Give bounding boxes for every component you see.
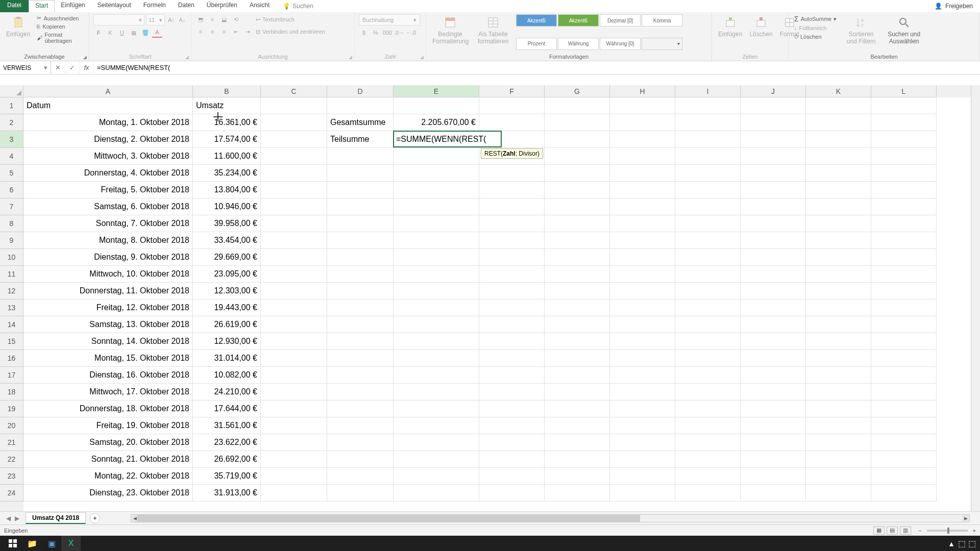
cell-A5[interactable]: Donnerstag, 4. Oktober 2018 (23, 165, 193, 182)
font-launcher-icon[interactable]: ◢ (185, 55, 189, 60)
cell-F5[interactable] (479, 165, 545, 182)
grow-font-button[interactable]: A↑ (166, 15, 176, 25)
cell-K14[interactable] (806, 316, 871, 333)
cell-B6[interactable]: 13.804,00 € (193, 182, 261, 198)
cell-E7[interactable] (394, 198, 479, 215)
cell-G10[interactable] (545, 249, 610, 266)
row-header-13[interactable]: 13 (0, 299, 23, 316)
row-header-11[interactable]: 11 (0, 266, 23, 283)
clear-button[interactable]: ◇Löschen (793, 33, 838, 40)
cell-G23[interactable] (545, 468, 610, 485)
cell-J22[interactable] (741, 451, 806, 468)
cell-C2[interactable] (261, 114, 327, 131)
fill-button[interactable]: ↓Füllbereich (793, 24, 838, 32)
cell-K5[interactable] (806, 165, 871, 182)
cell-B4[interactable]: 11.600,00 € (193, 148, 261, 165)
cell-J7[interactable] (741, 198, 806, 215)
cell-L9[interactable] (871, 232, 937, 249)
cell-C21[interactable] (261, 434, 327, 451)
cell-A22[interactable]: Sonntag, 21. Oktober 2018 (23, 451, 193, 468)
cell-J10[interactable] (741, 249, 806, 266)
cell-K10[interactable] (806, 249, 871, 266)
cell-I10[interactable] (675, 249, 741, 266)
cell-A12[interactable]: Donnerstag, 11. Oktober 2018 (23, 283, 193, 299)
cell-B1[interactable]: Umsatz (193, 97, 261, 114)
col-header-G[interactable]: G (545, 85, 610, 97)
cell-C11[interactable] (261, 266, 327, 283)
cell-E20[interactable] (394, 417, 479, 434)
cell-K23[interactable] (806, 468, 871, 485)
cell-K12[interactable] (806, 283, 871, 299)
tab-file[interactable]: Datei (0, 0, 29, 12)
cell-D4[interactable] (327, 148, 394, 165)
cell-I13[interactable] (675, 299, 741, 316)
cell-F23[interactable] (479, 468, 545, 485)
chevron-down-icon[interactable]: ▾ (44, 64, 47, 71)
cell-J9[interactable] (741, 232, 806, 249)
cell-E14[interactable] (394, 316, 479, 333)
tell-me-search[interactable]: 💡 Suchen (278, 0, 318, 12)
copy-button[interactable]: ⎘Kopieren (35, 23, 85, 30)
cell-G7[interactable] (545, 198, 610, 215)
col-header-A[interactable]: A (23, 85, 193, 97)
cell-G4[interactable] (545, 148, 610, 165)
cell-G12[interactable] (545, 283, 610, 299)
row-header-14[interactable]: 14 (0, 316, 23, 333)
cell-C4[interactable] (261, 148, 327, 165)
cell-I3[interactable] (675, 131, 741, 148)
cell-B17[interactable]: 10.082,00 € (193, 367, 261, 384)
cell-G14[interactable] (545, 316, 610, 333)
cell-H6[interactable] (610, 182, 675, 198)
cell-D22[interactable] (327, 451, 394, 468)
cell-J4[interactable] (741, 148, 806, 165)
cell-H8[interactable] (610, 215, 675, 232)
cell-G21[interactable] (545, 434, 610, 451)
cell-H10[interactable] (610, 249, 675, 266)
cell-L14[interactable] (871, 316, 937, 333)
cell-I21[interactable] (675, 434, 741, 451)
cell-C12[interactable] (261, 283, 327, 299)
col-header-D[interactable]: D (327, 85, 394, 97)
cell-B11[interactable]: 23.095,00 € (193, 266, 261, 283)
row-header-23[interactable]: 23 (0, 468, 23, 485)
cell-I12[interactable] (675, 283, 741, 299)
cell-K17[interactable] (806, 367, 871, 384)
font-color-button[interactable]: A (152, 28, 162, 38)
orientation-button[interactable]: ⟲ (231, 14, 241, 24)
cell-K8[interactable] (806, 215, 871, 232)
cell-D7[interactable] (327, 198, 394, 215)
cell-C1[interactable] (261, 97, 327, 114)
cell-G22[interactable] (545, 451, 610, 468)
tab-insert[interactable]: Einfügen (55, 0, 91, 12)
cell-B21[interactable]: 23.622,00 € (193, 434, 261, 451)
row-header-1[interactable]: 1 (0, 97, 23, 114)
cell-H24[interactable] (610, 485, 675, 502)
cell-J11[interactable] (741, 266, 806, 283)
cancel-formula-button[interactable]: ✕ (51, 61, 65, 74)
view-normal-button[interactable]: ▦ (873, 527, 885, 535)
row-header-7[interactable]: 7 (0, 198, 23, 215)
cell-C16[interactable] (261, 350, 327, 367)
tray-up-icon[interactable]: ▴ (946, 536, 957, 551)
cell-E15[interactable] (394, 333, 479, 350)
cell-H1[interactable] (610, 97, 675, 114)
cell-L8[interactable] (871, 215, 937, 232)
cell-H20[interactable] (610, 417, 675, 434)
row-header-9[interactable]: 9 (0, 232, 23, 249)
cell-K21[interactable] (806, 434, 871, 451)
cell-L22[interactable] (871, 451, 937, 468)
cell-F9[interactable] (479, 232, 545, 249)
align-center-button[interactable]: ≡ (207, 27, 217, 37)
cell-H21[interactable] (610, 434, 675, 451)
cell-E13[interactable] (394, 299, 479, 316)
tab-view[interactable]: Ansicht (243, 0, 276, 12)
tray-item2[interactable]: ⬚ (967, 536, 977, 551)
cell-G9[interactable] (545, 232, 610, 249)
cell-J12[interactable] (741, 283, 806, 299)
cell-L13[interactable] (871, 299, 937, 316)
cell-E10[interactable] (394, 249, 479, 266)
cell-A15[interactable]: Sonntag, 14. Oktober 2018 (23, 333, 193, 350)
cell-C10[interactable] (261, 249, 327, 266)
cell-I14[interactable] (675, 316, 741, 333)
cell-E4[interactable] (394, 148, 479, 165)
